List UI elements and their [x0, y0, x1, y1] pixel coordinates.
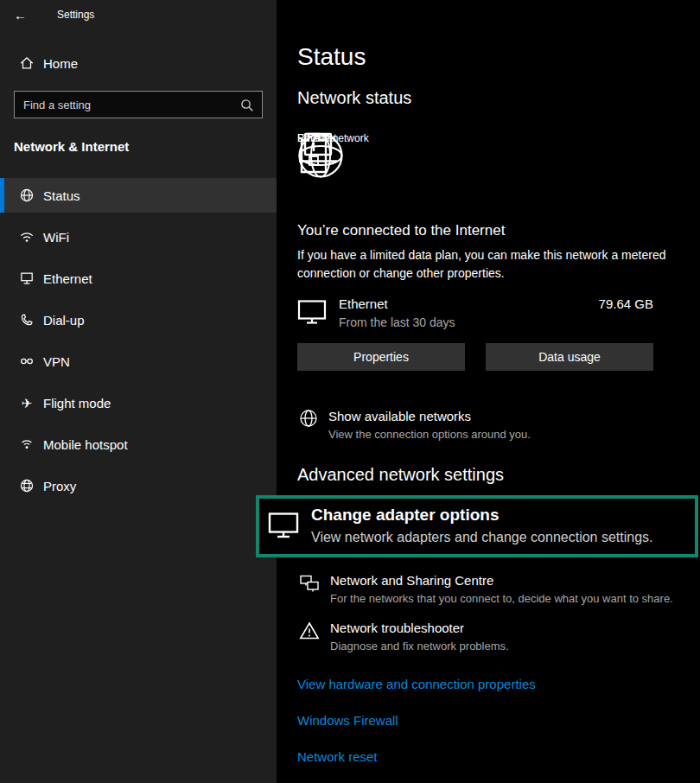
change-adapter-subtitle: View network adapters and change connect… [311, 529, 653, 545]
proxy-icon [19, 478, 35, 493]
available-networks-icon [299, 409, 318, 428]
flight-mode-icon: ✈ [19, 395, 35, 411]
advanced-settings-heading: Advanced network settings [297, 465, 686, 485]
sidebar-item-label: Status [43, 188, 80, 203]
dialup-phone-icon [19, 312, 35, 328]
sharing-centre-icon [299, 573, 320, 594]
selected-accent-bar [0, 178, 4, 213]
sidebar-item-ethernet[interactable]: Ethernet [0, 261, 277, 296]
usage-amount: 79.64 GB [599, 296, 653, 311]
sidebar-item-dialup[interactable]: Dial-up [0, 302, 277, 337]
sidebar-item-label: Flight mode [43, 396, 111, 411]
sidebar-item-flight-mode[interactable]: ✈ Flight mode [0, 385, 277, 420]
sidebar-section-title: Network & Internet [14, 139, 263, 154]
ethernet-icon [19, 271, 35, 286]
titlebar: ← Settings [0, 0, 277, 29]
usage-period: From the last 30 days [339, 315, 455, 329]
ethernet-monitor-icon [297, 299, 327, 325]
sidebar-nav: Status WiFi Ethernet [0, 178, 277, 503]
search-icon[interactable] [239, 98, 255, 113]
network-sharing-centre[interactable]: Network and Sharing Centre For the netwo… [297, 573, 686, 605]
sidebar-item-home[interactable]: Home [0, 46, 277, 80]
network-diagram: Ethernet Private network [297, 132, 565, 208]
sharing-centre-title: Network and Sharing Centre [330, 573, 673, 588]
sidebar-item-wifi[interactable]: WiFi [0, 220, 277, 254]
sidebar-item-vpn[interactable]: VPN [0, 344, 277, 379]
settings-window: ← Settings Home Network & Internet [0, 0, 700, 783]
usage-network-name: Ethernet [339, 296, 455, 311]
show-networks-title: Show available networks [328, 409, 531, 423]
status-page: Status Network status Etherne [277, 0, 700, 783]
connection-state-text: You’re connected to the Internet [297, 222, 686, 239]
data-usage-button[interactable]: Data usage [486, 343, 653, 371]
network-status-heading: Network status [297, 88, 686, 108]
sidebar-item-status[interactable]: Status [0, 178, 277, 213]
search-input[interactable] [15, 92, 262, 118]
troubleshooter-title: Network troubleshooter [330, 621, 509, 635]
back-button[interactable]: ← [14, 8, 35, 22]
sidebar: ← Settings Home Network & Internet [0, 0, 277, 783]
sidebar-item-label: WiFi [43, 230, 69, 245]
data-plan-description: If you have a limited data plan, you can… [297, 246, 686, 283]
mobile-hotspot-icon [19, 436, 35, 452]
sidebar-item-label: Mobile hotspot [43, 437, 128, 452]
home-icon [19, 55, 35, 71]
diagram-network-type-label: Private network [297, 132, 369, 144]
search-box[interactable] [14, 91, 263, 118]
show-available-networks[interactable]: Show available networks View the connect… [297, 409, 686, 441]
link-network-reset[interactable]: Network reset [297, 749, 686, 764]
change-adapter-title: Change adapter options [311, 506, 653, 525]
adapter-monitor-icon [268, 512, 299, 539]
change-adapter-options[interactable]: Change adapter options View network adap… [256, 495, 698, 557]
troubleshooter-subtitle: Diagnose and fix network problems. [330, 640, 509, 652]
link-view-hardware-properties[interactable]: View hardware and connection properties [297, 677, 686, 691]
status-icon [19, 188, 35, 203]
wifi-icon [19, 229, 35, 245]
warning-triangle-icon [299, 621, 320, 641]
sidebar-item-proxy[interactable]: Proxy [0, 468, 277, 503]
vpn-icon [19, 353, 35, 369]
sidebar-item-label: Ethernet [43, 271, 92, 286]
link-windows-firewall[interactable]: Windows Firewall [297, 713, 686, 728]
sharing-centre-subtitle: For the networks that you connect to, de… [330, 592, 673, 605]
sidebar-item-label: Home [43, 56, 78, 71]
action-buttons: Properties Data usage [297, 343, 653, 371]
sidebar-item-mobile-hotspot[interactable]: Mobile hotspot [0, 427, 277, 462]
app-title: Settings [57, 9, 94, 21]
sidebar-item-label: Dial-up [43, 313, 85, 328]
sidebar-item-label: VPN [43, 354, 70, 369]
sidebar-item-label: Proxy [43, 479, 76, 493]
network-troubleshooter[interactable]: Network troubleshooter Diagnose and fix … [297, 621, 686, 652]
ethernet-usage-row: Ethernet From the last 30 days 79.64 GB [297, 296, 653, 329]
properties-button[interactable]: Properties [297, 343, 465, 371]
show-networks-subtitle: View the connection options around you. [328, 428, 531, 441]
page-title: Status [297, 43, 686, 71]
